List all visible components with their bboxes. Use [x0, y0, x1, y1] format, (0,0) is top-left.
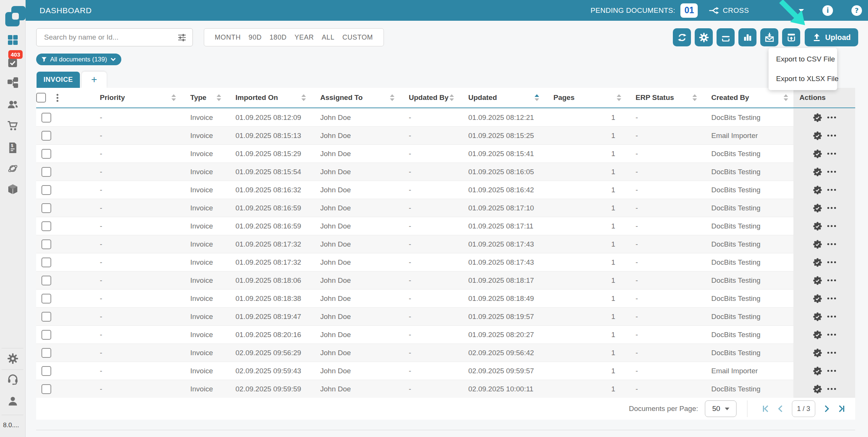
sidebar-item-network[interactable]: [7, 163, 19, 175]
sort-icon[interactable]: [784, 94, 788, 101]
table-row[interactable]: - Invoice 01.09.2025 08:17:32 John Doe -…: [36, 235, 855, 253]
validation-badge-icon[interactable]: [813, 203, 822, 213]
first-page-button[interactable]: [758, 405, 773, 413]
row-more-actions-icon[interactable]: [827, 243, 836, 245]
filter-year-button[interactable]: YEAR: [295, 34, 314, 41]
sidebar-item-account[interactable]: [7, 395, 19, 407]
refresh-button[interactable]: [673, 28, 691, 46]
validation-badge-icon[interactable]: [813, 294, 822, 304]
validation-badge-icon[interactable]: [813, 131, 822, 141]
sort-icon[interactable]: [390, 94, 394, 101]
help-icon[interactable]: ?: [851, 5, 862, 16]
table-row[interactable]: - Invoice 01.09.2025 08:12:09 John Doe -…: [36, 108, 855, 126]
table-row[interactable]: - Invoice 01.09.2025 08:17:32 John Doe -…: [36, 253, 855, 271]
row-more-actions-icon[interactable]: [827, 316, 836, 317]
row-checkbox[interactable]: [41, 167, 51, 177]
table-row[interactable]: - Invoice 02.09.2025 09:59:43 John Doe -…: [36, 362, 855, 380]
row-checkbox[interactable]: [41, 239, 51, 249]
table-row[interactable]: - Invoice 02.09.2025 09:56:29 John Doe -…: [36, 343, 855, 362]
upload-button[interactable]: Upload: [805, 28, 858, 46]
table-row[interactable]: - Invoice 02.09.2025 09:59:59 John Doe -…: [36, 380, 855, 398]
sort-icon[interactable]: [217, 94, 221, 101]
validation-badge-icon[interactable]: [813, 366, 822, 376]
sidebar-item-support[interactable]: [7, 373, 19, 385]
sort-icon[interactable]: [171, 94, 176, 101]
row-more-actions-icon[interactable]: [827, 135, 836, 136]
scan-button[interactable]: [717, 28, 735, 46]
documents-filter-chip[interactable]: All documents (139): [36, 54, 121, 65]
row-checkbox[interactable]: [41, 330, 51, 340]
email-import-button[interactable]: [760, 28, 778, 46]
export-button[interactable]: [782, 28, 800, 46]
row-checkbox[interactable]: [41, 312, 51, 322]
row-more-actions-icon[interactable]: [827, 352, 836, 354]
sort-icon-active-asc[interactable]: [535, 94, 539, 101]
table-row[interactable]: - Invoice 01.09.2025 08:15:29 John Doe -…: [36, 144, 855, 163]
column-header-assigned-to[interactable]: Assigned To: [311, 88, 400, 107]
table-row[interactable]: - Invoice 01.09.2025 08:16:32 John Doe -…: [36, 181, 855, 199]
menu-item-export-csv[interactable]: Export to CSV File: [769, 49, 837, 69]
sort-icon[interactable]: [692, 94, 697, 101]
row-more-actions-icon[interactable]: [827, 279, 836, 281]
row-more-actions-icon[interactable]: [827, 261, 836, 263]
row-checkbox[interactable]: [41, 276, 51, 285]
column-header-imported-on[interactable]: Imported On: [226, 88, 311, 107]
validation-badge-icon[interactable]: [813, 258, 822, 267]
validation-badge-icon[interactable]: [813, 348, 822, 358]
sidebar-item-workflow[interactable]: [7, 77, 19, 89]
sort-icon[interactable]: [301, 94, 306, 101]
table-row[interactable]: - Invoice 01.09.2025 08:15:54 John Doe -…: [36, 163, 855, 181]
row-checkbox[interactable]: [41, 185, 51, 195]
validation-badge-icon[interactable]: [813, 276, 822, 285]
select-all-checkbox[interactable]: [36, 93, 46, 103]
column-header-type[interactable]: Type: [181, 88, 226, 107]
row-checkbox[interactable]: [41, 221, 51, 231]
row-checkbox[interactable]: [41, 113, 51, 123]
validation-badge-icon[interactable]: [813, 113, 822, 123]
row-more-actions-icon[interactable]: [827, 153, 836, 155]
column-header-created-by[interactable]: Created By: [702, 88, 793, 107]
filter-90d-button[interactable]: 90D: [249, 34, 262, 41]
settings-button[interactable]: [695, 28, 713, 46]
sidebar-item-packages[interactable]: [7, 183, 19, 195]
column-header-pages[interactable]: Pages: [544, 88, 627, 107]
row-checkbox[interactable]: [41, 203, 51, 213]
sort-icon[interactable]: [449, 94, 454, 101]
validation-badge-icon[interactable]: [813, 239, 822, 249]
validation-badge-icon[interactable]: [813, 149, 822, 159]
column-header-updated[interactable]: Updated: [459, 88, 544, 107]
statistics-button[interactable]: [738, 28, 756, 46]
validation-badge-icon[interactable]: [813, 167, 822, 177]
validation-badge-icon[interactable]: [813, 221, 822, 231]
row-more-actions-icon[interactable]: [827, 171, 836, 173]
row-checkbox[interactable]: [41, 294, 51, 304]
filter-tune-icon[interactable]: [177, 33, 186, 42]
filter-all-button[interactable]: ALL: [322, 34, 335, 41]
next-page-button[interactable]: [819, 405, 834, 413]
row-checkbox[interactable]: [41, 149, 51, 159]
table-row[interactable]: - Invoice 01.09.2025 08:16:59 John Doe -…: [36, 217, 855, 235]
workspace-selector[interactable]: CROSS: [708, 5, 749, 16]
menu-item-export-xlsx[interactable]: Export to XLSX File: [769, 69, 837, 89]
validation-badge-icon[interactable]: [813, 312, 822, 322]
sidebar-item-users[interactable]: [7, 98, 19, 110]
tab-invoice[interactable]: INVOICE: [37, 72, 80, 88]
column-header-erp-status[interactable]: ERP Status: [627, 88, 702, 107]
row-checkbox[interactable]: [41, 348, 51, 358]
row-more-actions-icon[interactable]: [827, 189, 836, 191]
pending-documents-count[interactable]: 01: [680, 3, 698, 18]
sidebar-item-purchasing[interactable]: [7, 120, 19, 132]
column-menu-kebab-icon[interactable]: [57, 94, 58, 102]
app-logo[interactable]: [5, 5, 27, 27]
search-input[interactable]: [44, 33, 177, 41]
sort-icon[interactable]: [617, 94, 621, 101]
validation-badge-icon[interactable]: [813, 330, 822, 340]
sidebar-item-settings[interactable]: [7, 353, 19, 365]
row-more-actions-icon[interactable]: [827, 334, 836, 336]
sidebar-item-dashboard[interactable]: [7, 34, 19, 46]
row-checkbox[interactable]: [41, 131, 51, 141]
row-more-actions-icon[interactable]: [827, 207, 836, 209]
add-tab-button[interactable]: +: [82, 72, 107, 88]
row-checkbox[interactable]: [41, 384, 51, 394]
sidebar-item-invoices[interactable]: $: [7, 142, 19, 154]
